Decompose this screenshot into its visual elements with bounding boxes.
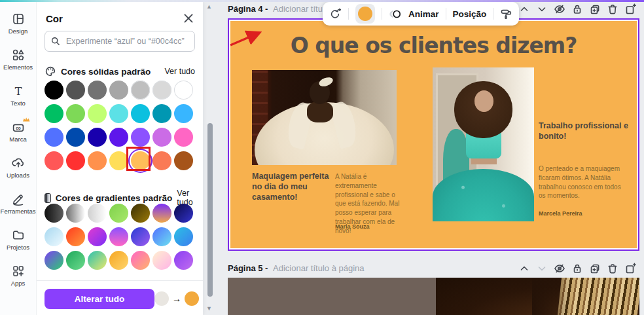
- sidebar-item-marca[interactable]: co Marca: [1, 120, 35, 147]
- sidebar-item-apps[interactable]: Apps: [1, 265, 35, 291]
- gradient-swatch[interactable]: [109, 204, 128, 223]
- client-photo[interactable]: [433, 67, 534, 221]
- testimonial2-heading[interactable]: Trabalho profissional e bonito!: [539, 120, 637, 141]
- hide-page-icon[interactable]: [554, 3, 565, 15]
- panel-scrollbar-thumb[interactable]: [207, 123, 213, 297]
- scroll-up-arrow[interactable]: ▲: [206, 3, 212, 10]
- gradient-swatch[interactable]: [88, 251, 107, 270]
- gradient-swatch[interactable]: [109, 251, 128, 270]
- gradient-swatch[interactable]: [152, 251, 171, 270]
- gradient-swatch[interactable]: [152, 204, 171, 223]
- color-swatch[interactable]: [152, 128, 171, 147]
- delete-page-icon[interactable]: [607, 263, 618, 274]
- paint-roller-icon[interactable]: [500, 8, 512, 20]
- move-page-down-icon[interactable]: [536, 263, 548, 274]
- color-swatch[interactable]: [174, 81, 193, 100]
- color-swatch[interactable]: [45, 151, 63, 170]
- change-all-button[interactable]: Alterar tudo: [45, 289, 154, 309]
- color-swatch[interactable]: [174, 128, 193, 147]
- duplicate-page-icon[interactable]: [589, 263, 601, 274]
- color-swatch[interactable]: [109, 128, 128, 147]
- testimonial1-author[interactable]: Maria Souza: [335, 223, 370, 230]
- swap-to-circle: [185, 291, 199, 306]
- lock-page-icon[interactable]: [571, 3, 583, 15]
- color-swatch[interactable]: [88, 151, 107, 170]
- color-swatch[interactable]: [45, 128, 63, 147]
- gradient-swatch[interactable]: [131, 204, 150, 223]
- testimonial2-author[interactable]: Marcela Pereira: [539, 210, 582, 217]
- testimonial2-quote[interactable]: O penteado e a maquiagem ficaram ótimos.…: [539, 164, 622, 200]
- duplicate-page-icon[interactable]: [589, 3, 601, 15]
- color-swatch[interactable]: [109, 151, 128, 170]
- page5-subtitle[interactable]: Adicionar título à página: [273, 263, 364, 273]
- add-page-icon[interactable]: [624, 3, 636, 15]
- gradient-swatch[interactable]: [131, 251, 150, 270]
- sidebar-item-elementos[interactable]: Elementos: [1, 48, 35, 75]
- color-swatch[interactable]: [131, 151, 150, 170]
- color-swatch[interactable]: [131, 104, 150, 123]
- gradient-swatch[interactable]: [66, 227, 85, 246]
- color-swatch[interactable]: [66, 128, 85, 147]
- page5-canvas[interactable]: [228, 278, 639, 315]
- add-page-icon[interactable]: [624, 263, 636, 274]
- color-swatch[interactable]: [174, 104, 193, 123]
- bride-photo[interactable]: [252, 70, 397, 165]
- page4-canvas[interactable]: O que os clientes dizem? Maquiagem pe: [228, 18, 639, 251]
- color-swatch[interactable]: [88, 104, 107, 123]
- canvas-title-text[interactable]: O que os clientes dizem?: [230, 33, 637, 58]
- move-page-up-icon[interactable]: [518, 3, 530, 15]
- gradient-swatch[interactable]: [88, 204, 107, 223]
- gradient-swatch[interactable]: [174, 251, 193, 270]
- position-button[interactable]: Posição: [453, 9, 487, 19]
- sidebar-item-uploads[interactable]: Uploads: [1, 157, 35, 183]
- color-swatch-button[interactable]: [355, 4, 375, 24]
- color-swatch[interactable]: [88, 128, 107, 147]
- animate-button[interactable]: Animar: [408, 9, 439, 19]
- testimonial1-heading[interactable]: Maquiagem perfeita no dia do meu casamen…: [252, 171, 338, 202]
- move-page-down-icon[interactable]: [536, 3, 548, 15]
- gradient-swatch[interactable]: [88, 227, 107, 246]
- color-swatch[interactable]: [131, 81, 150, 100]
- elements-icon: [12, 48, 25, 62]
- color-swatch[interactable]: [152, 104, 171, 123]
- uploads-icon: [12, 157, 25, 170]
- color-swatch[interactable]: [109, 81, 128, 100]
- color-swatch[interactable]: [45, 81, 63, 100]
- sidebar-item-ferramentas[interactable]: Ferramentas: [1, 193, 35, 219]
- solid-see-all-link[interactable]: Ver tudo: [164, 67, 195, 76]
- delete-page-icon[interactable]: [607, 3, 618, 15]
- gradient-swatch[interactable]: [174, 204, 193, 223]
- gradient-swatch[interactable]: [109, 227, 128, 246]
- color-swatch[interactable]: [131, 128, 150, 147]
- move-page-up-icon[interactable]: [518, 263, 530, 274]
- color-search[interactable]: [45, 31, 195, 52]
- color-swatch[interactable]: [88, 81, 107, 100]
- gradient-swatch[interactable]: [66, 204, 85, 223]
- color-swatch[interactable]: [66, 81, 85, 100]
- rotate-icon[interactable]: [329, 8, 342, 20]
- hide-page-icon[interactable]: [554, 263, 565, 274]
- gradient-swatch[interactable]: [45, 204, 63, 223]
- gradient-swatch[interactable]: [66, 251, 85, 270]
- color-swatch[interactable]: [45, 104, 63, 123]
- color-swatch[interactable]: [152, 151, 171, 170]
- sidebar-item-projetos[interactable]: Projetos: [1, 229, 35, 255]
- sidebar-item-design[interactable]: Design: [1, 12, 35, 39]
- gradient-swatch[interactable]: [152, 227, 171, 246]
- sidebar-item-texto[interactable]: T Texto: [1, 84, 35, 111]
- scroll-down-arrow[interactable]: ▼: [206, 305, 212, 312]
- gradient-swatch[interactable]: [174, 227, 193, 246]
- color-swatch[interactable]: [66, 151, 85, 170]
- color-swatch[interactable]: [174, 151, 193, 170]
- color-swatch[interactable]: [109, 104, 128, 123]
- color-swatch[interactable]: [66, 104, 85, 123]
- animate-icon[interactable]: [389, 8, 402, 20]
- lock-page-icon[interactable]: [571, 263, 583, 274]
- close-icon[interactable]: [182, 12, 195, 25]
- gradient-swatch[interactable]: [45, 251, 63, 270]
- photo-shape: [532, 278, 571, 315]
- color-search-input[interactable]: [65, 36, 189, 46]
- gradient-swatch[interactable]: [131, 227, 150, 246]
- gradient-swatch[interactable]: [45, 227, 63, 246]
- color-swatch[interactable]: [152, 81, 171, 100]
